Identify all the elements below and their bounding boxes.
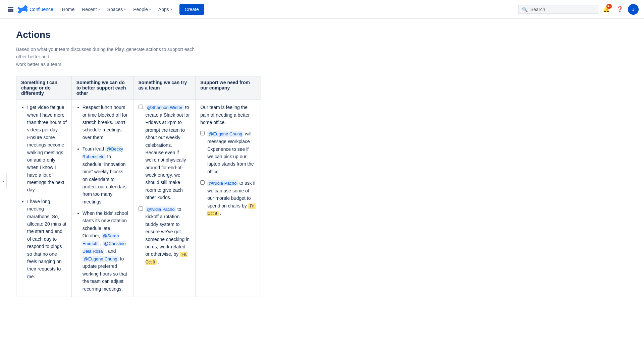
list-item: I have long meeting marathons. So, alloc…	[27, 198, 67, 280]
list-item: I get video fatigue when I have more tha…	[27, 104, 67, 194]
recent-chevron-icon: ▾	[98, 7, 100, 11]
search-icon: 🔍	[522, 7, 528, 12]
chevron-right-icon: ›	[2, 178, 4, 184]
col1-header: Something I can change or do differently	[16, 76, 72, 100]
apps-chevron-icon: ▾	[170, 7, 172, 11]
confluence-logo[interactable]: Confluence	[17, 4, 53, 14]
confluence-logo-text: Confluence	[30, 7, 53, 12]
svg-rect-7	[10, 10, 12, 12]
nav-right: 🔍 🔔 9+ ❓ J	[518, 4, 639, 15]
list-item: Respect lunch hours or time blocked off …	[83, 104, 129, 141]
checkbox-shannon[interactable]	[139, 105, 143, 109]
col2-header: Something we can do to better support ea…	[71, 76, 133, 100]
actions-table: Something I can change or do differently…	[16, 76, 261, 297]
create-button[interactable]: Create	[179, 4, 204, 15]
checkbox-eugene[interactable]	[200, 131, 205, 135]
mention-nidia-col4[interactable]: @Nidia Pacho	[207, 180, 238, 186]
mention-nidia[interactable]: @Nidia Pacho	[146, 206, 176, 212]
svg-rect-3	[8, 9, 10, 10]
svg-rect-2	[12, 7, 13, 8]
col3-content: @Shannon Winter to create a Slack bot fo…	[133, 100, 196, 297]
top-navigation: Confluence Home Recent ▾ Spaces ▾ People…	[0, 0, 644, 19]
nav-apps[interactable]: Apps ▾	[155, 5, 175, 14]
mention-eugene[interactable]: @Eugene Chung	[83, 256, 119, 262]
svg-rect-6	[8, 10, 10, 12]
col4-header: Support we need from our company	[196, 76, 261, 100]
nav-recent[interactable]: Recent ▾	[78, 5, 103, 14]
nav-home[interactable]: Home	[59, 5, 78, 14]
main-content: Actions Based on what your team discusse…	[0, 19, 644, 362]
checkbox-nidia[interactable]	[139, 206, 143, 211]
checkbox-item: @Nidia Pacho to ask if we can use some o…	[200, 179, 256, 217]
people-chevron-icon: ▾	[149, 7, 151, 11]
app-switcher-button[interactable]	[5, 4, 16, 15]
mention-eugene-col4[interactable]: @Eugene Chung	[207, 131, 244, 137]
mention-shannon[interactable]: @Shannon Winter	[146, 105, 184, 110]
checkbox-item: @Shannon Winter to create a Slack bot fo…	[139, 104, 191, 201]
list-item: When the kids' school starts its new rot…	[83, 209, 129, 293]
nav-items: Home Recent ▾ Spaces ▾ People ▾ Apps ▾	[59, 5, 175, 14]
spaces-chevron-icon: ▾	[124, 7, 126, 11]
svg-rect-1	[10, 7, 12, 8]
checkbox-item: @Nidia Pacho to kickoff a rotation buddy…	[139, 205, 191, 266]
avatar[interactable]: J	[628, 4, 639, 15]
svg-rect-8	[12, 10, 13, 12]
nav-left: Confluence Home Recent ▾ Spaces ▾ People…	[5, 4, 204, 15]
search-input[interactable]	[530, 7, 594, 12]
col2-content: Respect lunch hours or time blocked off …	[71, 100, 133, 297]
svg-rect-4	[10, 9, 12, 10]
notification-badge: 9+	[606, 4, 612, 9]
search-box[interactable]: 🔍	[518, 5, 598, 14]
col1-content: I get video fatigue when I have more tha…	[16, 100, 72, 297]
sidebar-toggle-button[interactable]: ›	[0, 173, 7, 189]
svg-rect-0	[8, 7, 10, 8]
nav-spaces[interactable]: Spaces ▾	[104, 5, 129, 14]
checkbox-item: @Eugene Chung will message Workplace Exp…	[200, 130, 256, 175]
page-title: Actions	[16, 29, 628, 40]
col4-content: Our team is feeling the pain of needing …	[196, 100, 261, 297]
help-icon: ❓	[616, 6, 623, 12]
checkbox-nidia-col4[interactable]	[200, 180, 205, 185]
notifications-button[interactable]: 🔔 9+	[601, 4, 612, 15]
nav-people[interactable]: People ▾	[130, 5, 154, 14]
svg-rect-5	[12, 9, 13, 10]
page-description: Based on what your team discusses during…	[16, 46, 204, 68]
help-button[interactable]: ❓	[614, 4, 625, 15]
col3-header: Something we can try as a team	[133, 76, 196, 100]
list-item: Team lead @Becky Rubenstein to schedule …	[83, 145, 129, 205]
